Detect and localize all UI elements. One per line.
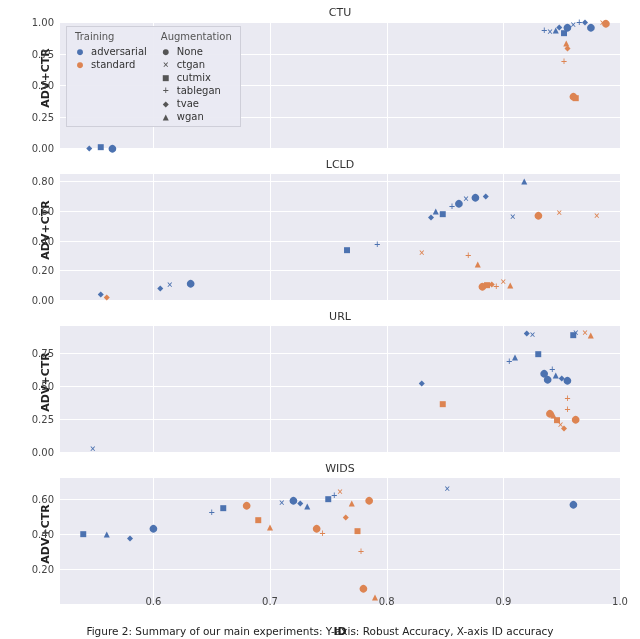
- data-point: ■: [354, 526, 360, 536]
- data-point: +: [465, 251, 471, 261]
- data-point: ▲: [372, 592, 378, 602]
- data-point: ●: [359, 580, 367, 593]
- data-point: ◆: [343, 512, 349, 522]
- data-point: +: [564, 394, 570, 404]
- data-point: ●: [243, 498, 251, 511]
- subplot-url: URLADV+CTR×◆■+▲◆×■●●+▲◆●■×+●▲■×◆+●×▲0.00…: [60, 312, 620, 452]
- legend-swatch: ●: [75, 46, 85, 57]
- x-tick: 0.8: [379, 596, 395, 607]
- data-point: ▲: [521, 176, 527, 186]
- data-point: ▲: [304, 501, 310, 511]
- legend-marker: ×: [161, 59, 171, 70]
- subplot-title: URL: [60, 310, 620, 323]
- data-point: ×: [573, 328, 579, 338]
- data-point: ■: [440, 209, 446, 219]
- data-point: ×: [594, 211, 600, 221]
- x-tick: 0.6: [145, 596, 161, 607]
- data-point: ■: [535, 349, 541, 359]
- data-point: ●: [587, 19, 595, 32]
- data-point: ●: [572, 411, 580, 424]
- y-tick: 0.25: [32, 413, 54, 424]
- data-point: ◆: [297, 498, 303, 508]
- x-tick: 0.7: [262, 596, 278, 607]
- data-point: ▲: [475, 259, 481, 269]
- data-point: ■: [98, 142, 104, 152]
- data-point: ▲: [267, 522, 273, 532]
- y-tick: 0.20: [32, 265, 54, 276]
- legend-title-augmentation: Augmentation: [161, 31, 232, 42]
- data-point: ●: [149, 521, 157, 534]
- y-tick: 0.40: [32, 235, 54, 246]
- y-tick: 0.00: [32, 447, 54, 458]
- y-tick: 0.25: [32, 111, 54, 122]
- legend-swatch: ●: [75, 59, 85, 70]
- legend-item: ◆tvae: [161, 98, 232, 109]
- y-tick: 0.75: [32, 48, 54, 59]
- x-tick: 1.0: [612, 596, 628, 607]
- data-point: ●: [455, 196, 463, 209]
- legend-item: +tablegan: [161, 85, 232, 96]
- data-point: ◆: [564, 43, 570, 53]
- subplot-wids: WIDSADV+CTR■▲◆●+■●■▲×●◆▲●+■+×◆▲■+●●▲×●0.…: [60, 464, 620, 604]
- figure-caption: Figure 2: Summary of our main experiment…: [0, 625, 640, 639]
- legend-label: tablegan: [177, 85, 221, 96]
- y-tick: 0.60: [32, 494, 54, 505]
- y-tick: 0.50: [32, 380, 54, 391]
- data-point: ×: [463, 194, 469, 204]
- data-point: ●: [289, 493, 297, 506]
- data-point: ▲: [512, 352, 518, 362]
- data-point: ■: [80, 529, 86, 539]
- data-point: ◆: [104, 292, 110, 302]
- data-point: ◆: [561, 423, 567, 433]
- data-point: ◆: [483, 191, 489, 201]
- subplot-lcld: LCLDADV+CTR◆◆◆×●■+×◆▲■+●×●◆+▲●■◆+×▲×▲●××…: [60, 160, 620, 300]
- data-point: ●: [602, 16, 610, 29]
- data-point: ▲: [588, 330, 594, 340]
- data-point: +: [564, 405, 570, 415]
- data-point: ×: [529, 330, 535, 340]
- data-point: ■: [220, 503, 226, 513]
- subplot-title: WIDS: [60, 462, 620, 475]
- legend-title-training: Training: [75, 31, 147, 42]
- legend-item: ●adversarial: [75, 46, 147, 57]
- plot-area: ×◆■+▲◆×■●●+▲◆●■×+●▲■×◆+●×▲: [60, 326, 620, 452]
- legend-label: standard: [91, 59, 135, 70]
- data-point: +: [374, 240, 380, 250]
- x-tick: 0.9: [495, 596, 511, 607]
- legend-label: ctgan: [177, 59, 205, 70]
- legend-marker: ■: [161, 72, 171, 83]
- data-point: ●: [471, 190, 479, 203]
- data-point: ■: [255, 515, 261, 525]
- legend-item: ●None: [161, 46, 232, 57]
- legend-marker: ◆: [161, 98, 171, 109]
- data-point: ◆: [86, 143, 92, 153]
- legend-label: adversarial: [91, 46, 147, 57]
- legend-marker: ▲: [161, 111, 171, 122]
- data-point: ■: [344, 245, 350, 255]
- legend-item: ●standard: [75, 59, 147, 70]
- y-tick: 0.75: [32, 347, 54, 358]
- legend-label: wgan: [177, 111, 204, 122]
- legend-marker: ●: [161, 46, 171, 57]
- y-tick: 0.40: [32, 529, 54, 540]
- data-point: +: [319, 529, 325, 539]
- data-point: ×: [90, 444, 96, 454]
- legend: Training●adversarial●standardAugmentatio…: [66, 26, 241, 127]
- legend-item: ▲wgan: [161, 111, 232, 122]
- data-point: +: [209, 508, 215, 518]
- subplot-title: CTU: [60, 6, 620, 19]
- y-tick: 0.80: [32, 176, 54, 187]
- data-point: ▲: [507, 280, 513, 290]
- data-point: +: [493, 282, 499, 292]
- data-point: ×: [500, 277, 506, 287]
- data-point: ●: [109, 140, 117, 153]
- data-point: ×: [337, 487, 343, 497]
- data-point: +: [561, 57, 567, 67]
- data-point: ●: [569, 496, 577, 509]
- data-point: ◆: [157, 283, 163, 293]
- data-point: ▲: [433, 206, 439, 216]
- legend-item: ×ctgan: [161, 59, 232, 70]
- data-point: ●: [564, 373, 572, 386]
- subplot-ctu: CTUADV+CTR◆■●+×▲◆■●×+◆●▲◆●■+×●0.000.250.…: [60, 8, 620, 148]
- legend-marker: +: [161, 85, 171, 96]
